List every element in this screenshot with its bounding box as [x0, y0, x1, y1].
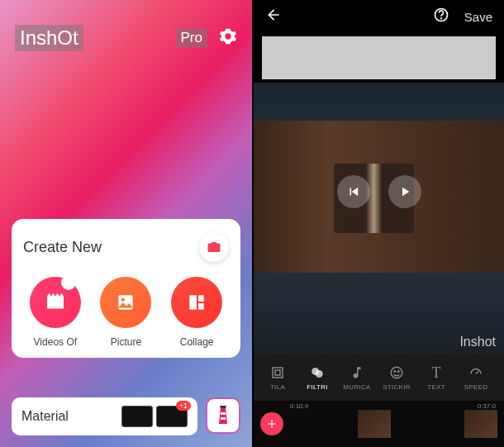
create-options: Videos Of Picture Collage [23, 277, 229, 348]
svg-point-8 [440, 18, 441, 19]
tool-label: FILTRI [307, 383, 328, 391]
picture-option[interactable]: Picture [100, 277, 151, 348]
tool-label: TEXT [427, 383, 445, 391]
time-start: 0:10.9 [290, 402, 308, 410]
header-actions: Pro [176, 27, 237, 49]
timeline-clip[interactable] [464, 410, 497, 438]
material-thumbs: +1 [121, 406, 188, 427]
svg-rect-2 [189, 295, 197, 309]
svg-point-1 [121, 298, 125, 302]
svg-point-13 [391, 367, 402, 378]
material-thumb [121, 406, 153, 427]
speed-icon [468, 365, 483, 380]
prev-button[interactable] [337, 175, 370, 208]
ad-placeholder [262, 36, 496, 79]
arrow-left-icon [265, 7, 282, 23]
promo-button[interactable] [206, 397, 240, 434]
picture-icon [115, 292, 136, 313]
tool-label: STICKIR [383, 383, 411, 391]
video-label: Videos Of [34, 336, 77, 348]
tool-text[interactable]: T TEXT [417, 364, 455, 391]
create-header: Create New [23, 232, 229, 262]
header-right-actions: Save [433, 7, 492, 26]
tool-label: SPEED [464, 383, 488, 391]
home-header: InshOt Pro [0, 0, 252, 51]
new-count-badge: +1 [176, 401, 191, 411]
text-icon: T [432, 364, 441, 381]
svg-rect-10 [275, 370, 280, 375]
home-screen: InshOt Pro Create New Videos Of [0, 0, 252, 447]
timeline-clip[interactable] [358, 410, 391, 438]
timeline[interactable]: 0:10.9 0:37.0 [254, 401, 504, 447]
add-clip-button[interactable] [260, 412, 283, 435]
svg-rect-4 [198, 303, 204, 310]
watermark[interactable]: Inshot [459, 335, 496, 350]
create-title: Create New [23, 239, 102, 256]
collage-label: Collage [180, 336, 214, 348]
editor-toolbar: TILA FILTRI MURICA STICKIR T TEXT SPEED [254, 354, 504, 401]
svg-point-14 [394, 371, 396, 373]
svg-rect-5 [221, 412, 226, 415]
material-card[interactable]: Material +1 [12, 397, 197, 435]
pro-badge[interactable]: Pro [176, 28, 207, 48]
picture-label: Picture [111, 336, 141, 348]
camera-icon [207, 240, 221, 254]
tool-filter[interactable]: FILTRI [298, 364, 336, 391]
video-icon-wrap [30, 277, 81, 328]
ad-banner[interactable] [254, 33, 504, 83]
filter-icon [310, 365, 325, 380]
app-title: InshOt [15, 25, 83, 51]
svg-rect-6 [221, 417, 226, 420]
play-icon [397, 184, 412, 199]
settings-button[interactable] [219, 27, 237, 49]
play-button[interactable] [388, 175, 421, 208]
lighthouse-icon [215, 404, 231, 427]
camera-button[interactable] [199, 232, 229, 262]
help-icon [433, 7, 449, 23]
smiley-icon [389, 365, 404, 380]
material-label: Material [21, 409, 69, 424]
tool-canvas[interactable]: TILA [259, 364, 297, 391]
tool-label: MURICA [343, 383, 370, 391]
tool-speed[interactable]: SPEED [457, 364, 495, 391]
tool-label: TILA [270, 383, 285, 391]
plus-icon [266, 418, 278, 430]
tool-music[interactable]: MURICA [338, 364, 376, 391]
svg-point-12 [316, 370, 323, 378]
save-button[interactable]: Save [464, 10, 492, 24]
bottom-row: Material +1 [12, 397, 240, 435]
collage-icon [186, 292, 207, 313]
canvas-icon [270, 365, 285, 380]
video-option[interactable]: Videos Of [30, 277, 81, 348]
editor-header: Save [254, 0, 504, 33]
svg-rect-9 [273, 368, 283, 378]
help-button[interactable] [433, 7, 449, 26]
music-icon [349, 365, 364, 380]
svg-point-15 [398, 371, 400, 373]
collage-option[interactable]: Collage [171, 277, 222, 348]
time-end: 0:37.0 [478, 402, 496, 410]
collage-icon-wrap [171, 277, 222, 328]
editor-screen: Save Inshot TILA FILTRI MURI [252, 0, 504, 447]
video-preview[interactable]: Inshot [254, 83, 504, 354]
skip-back-icon [346, 184, 361, 199]
tool-sticker[interactable]: STICKIR [378, 364, 416, 391]
create-new-card: Create New Videos Of Picture [12, 219, 240, 358]
timeline-times: 0:10.9 0:37.0 [290, 402, 496, 410]
svg-rect-3 [198, 295, 204, 302]
clapper-icon [43, 290, 68, 315]
gear-icon [219, 27, 237, 45]
back-button[interactable] [265, 7, 282, 26]
playback-controls [337, 175, 421, 208]
picture-icon-wrap [100, 277, 151, 328]
